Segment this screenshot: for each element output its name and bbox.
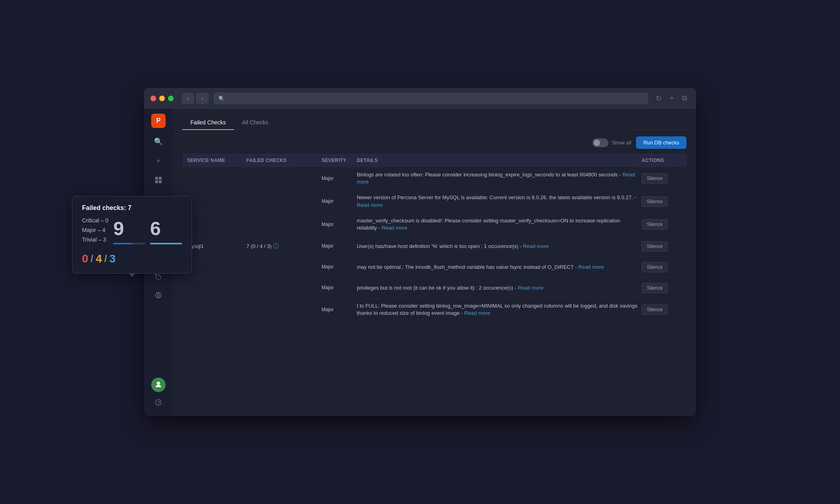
cell-severity-4: Major (322, 243, 354, 250)
read-more-link-2[interactable]: Read more (357, 202, 382, 208)
tooltip-big-number-left: 9 (144, 218, 145, 240)
sidebar-item-search[interactable]: 🔍 (150, 133, 167, 150)
checks-table: Service name Failed Checks Severity Deta… (182, 154, 686, 410)
back-button[interactable]: ‹ (182, 93, 194, 104)
silence-button-3[interactable]: Silence (642, 219, 668, 230)
failed-checks-tooltip: Failed checks: 7 Critical – 0 Major – 4 … (144, 196, 192, 274)
tooltip-bottom-stats: 0 / 4 / 3 (144, 252, 182, 265)
new-tab-button[interactable]: + (667, 93, 676, 104)
show-all-toggle-wrapper: Show all (592, 138, 631, 147)
cell-severity-3: Major (322, 221, 354, 228)
main-content: Failed Checks All Checks Show all Run DB… (173, 109, 696, 416)
read-more-link-5[interactable]: Read more (578, 264, 604, 270)
sidebar-item-grid[interactable] (150, 171, 167, 189)
cell-action-3: Silence (642, 219, 682, 230)
content-area: Show all Run DB checks Service name Fail… (173, 130, 696, 416)
header-service: Service name (187, 158, 243, 163)
run-db-checks-button[interactable]: Run DB checks (636, 136, 686, 149)
cell-details-7: t to FULL: Please consider setting binlo… (357, 302, 638, 317)
show-all-label: Show all (612, 140, 631, 146)
cell-details-1: Binlogs are rotated too often: Please co… (357, 171, 638, 186)
refresh-button[interactable]: ↻ (653, 93, 664, 104)
forward-button[interactable]: › (196, 93, 209, 104)
silence-button-6[interactable]: Silence (642, 283, 668, 293)
svg-rect-1 (159, 177, 162, 180)
table-row: Major Binlogs are rotated too often: Ple… (182, 167, 686, 190)
user-avatar[interactable] (151, 378, 166, 392)
cell-severity-1: Major (322, 175, 354, 182)
nav-buttons: ‹ › (182, 93, 209, 104)
table-header: Service name Failed Checks Severity Deta… (182, 154, 686, 167)
silence-button-2[interactable]: Silence (642, 196, 668, 207)
tooltip-big-number-right: 6 (150, 218, 182, 240)
cell-details-2: Newer version of Percona Server for MySQ… (357, 194, 638, 208)
read-more-link-6[interactable]: Read more (518, 285, 543, 291)
table-body: Major Binlogs are rotated too often: Ple… (182, 167, 686, 410)
read-more-link-4[interactable]: Read more (523, 243, 548, 249)
sidebar-item-settings2[interactable] (150, 286, 167, 304)
address-bar[interactable]: 🔍 (214, 92, 648, 104)
search-icon: 🔍 (218, 96, 225, 102)
silence-button-5[interactable]: Silence (642, 262, 668, 272)
cell-failed-4: 7 (0 / 4 / 3) ⓘ (246, 242, 318, 250)
tooltip-title: Failed checks: 7 (144, 204, 182, 212)
titlebar: ‹ › 🔍 ↻ + ⧉ (144, 88, 696, 109)
header-actions: Actions (642, 158, 682, 163)
cell-action-6: Silence (642, 283, 682, 293)
header-failed: Failed Checks (246, 158, 318, 163)
sidebar-item-help[interactable] (150, 394, 167, 411)
table-row: Major may not be optimal.: The innodb_fl… (182, 257, 686, 278)
cell-action-7: Silence (642, 304, 682, 315)
tabs-bar: Failed Checks All Checks (173, 109, 696, 130)
svg-rect-0 (155, 177, 158, 180)
read-more-link-7[interactable]: Read more (464, 310, 490, 316)
cell-severity-7: Major (322, 306, 354, 313)
svg-point-11 (157, 294, 160, 296)
traffic-lights (150, 96, 174, 101)
table-row: Major t to FULL: Please consider setting… (182, 298, 686, 321)
svg-rect-2 (155, 180, 158, 183)
titlebar-actions: ↻ + ⧉ (653, 93, 690, 104)
silence-button-1[interactable]: Silence (642, 173, 668, 184)
sidebar-bottom (150, 378, 167, 411)
table-row: Major privileges but is not root (it can… (182, 278, 686, 298)
cell-details-6: privileges but is not root (it can be ok… (357, 284, 638, 292)
cell-action-2: Silence (642, 196, 682, 207)
header-details: Details (357, 158, 638, 163)
show-all-toggle[interactable] (592, 138, 608, 147)
close-button[interactable] (150, 96, 156, 101)
toolbar: Show all Run DB checks (182, 136, 686, 149)
silence-button-7[interactable]: Silence (642, 304, 668, 315)
minimize-button[interactable] (159, 96, 165, 101)
cell-severity-6: Major (322, 284, 354, 291)
browser-window: ‹ › 🔍 ↻ + ⧉ P 🔍 + (144, 88, 696, 416)
sidebar-logo: P (151, 114, 166, 128)
cell-details-5: may not be optimal.: The innodb_flush_me… (357, 264, 638, 271)
cell-action-4: Silence (642, 241, 682, 252)
table-row: Major master_verify_checksum is disabled… (182, 213, 686, 236)
header-severity: Severity (322, 158, 354, 163)
info-icon[interactable]: ⓘ (273, 243, 279, 249)
cell-details-3: master_verify_checksum is disabled!: Ple… (357, 217, 638, 232)
cell-action-5: Silence (642, 262, 682, 272)
svg-rect-3 (159, 180, 162, 183)
cell-service-4: mysql1 (187, 243, 243, 249)
read-more-link-3[interactable]: Read more (382, 225, 407, 231)
table-row: mysql1 7 (0 / 4 / 3) ⓘ Major User(s) has… (182, 236, 686, 257)
cell-details-4: User(s) has/have host definition '%' whi… (357, 243, 638, 250)
cell-severity-2: Major (322, 198, 354, 205)
cell-severity-5: Major (322, 264, 354, 270)
table-row: Major Newer version of Percona Server fo… (182, 190, 686, 213)
tab-failed-checks[interactable]: Failed Checks (182, 115, 234, 130)
tab-overview-button[interactable]: ⧉ (680, 93, 690, 104)
silence-button-4[interactable]: Silence (642, 241, 668, 252)
svg-point-14 (156, 400, 161, 405)
cell-action-1: Silence (642, 173, 682, 184)
tab-all-checks[interactable]: All Checks (234, 115, 276, 130)
browser-body: P 🔍 + (144, 109, 696, 416)
maximize-button[interactable] (168, 96, 174, 101)
sidebar-item-add[interactable]: + (150, 152, 167, 170)
